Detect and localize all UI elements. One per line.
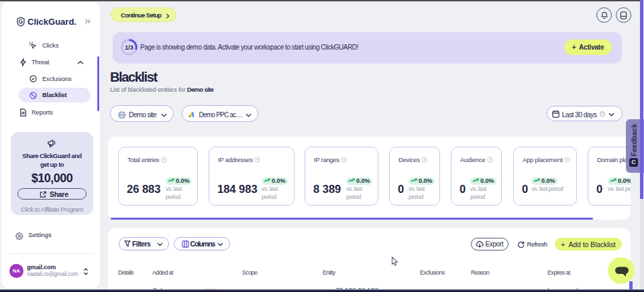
svg-text:?: ? bbox=[489, 158, 491, 162]
svg-text:1/3: 1/3 bbox=[125, 44, 133, 51]
svg-text:?: ? bbox=[343, 158, 345, 162]
svg-text:?: ? bbox=[163, 158, 165, 162]
svg-text:?: ? bbox=[423, 158, 425, 162]
svg-text:?: ? bbox=[256, 158, 258, 162]
svg-text:?: ? bbox=[601, 112, 603, 116]
svg-text:?: ? bbox=[566, 158, 568, 162]
